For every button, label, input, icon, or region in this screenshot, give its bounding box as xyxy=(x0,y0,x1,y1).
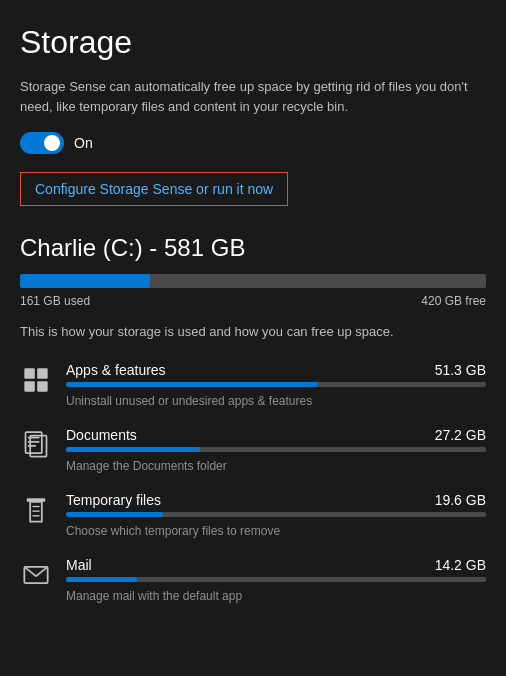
item-content-1: Documents 27.2 GB Manage the Documents f… xyxy=(66,427,486,474)
description-text: Storage Sense can automatically free up … xyxy=(20,77,486,116)
toggle-row: On xyxy=(20,132,486,154)
item-header-3: Mail 14.2 GB xyxy=(66,557,486,573)
storage-item[interactable]: Documents 27.2 GB Manage the Documents f… xyxy=(20,427,486,474)
storage-labels: 161 GB used 420 GB free xyxy=(20,294,486,308)
drive-title: Charlie (C:) - 581 GB xyxy=(20,234,486,262)
item-name-2: Temporary files xyxy=(66,492,161,508)
storage-description: This is how your storage is used and how… xyxy=(20,322,486,342)
item-size-2: 19.6 GB xyxy=(435,492,486,508)
used-label: 161 GB used xyxy=(20,294,90,308)
item-subtitle-3: Manage mail with the default app xyxy=(66,589,242,603)
item-bar-container-3 xyxy=(66,577,486,582)
item-content-3: Mail 14.2 GB Manage mail with the defaul… xyxy=(66,557,486,604)
svg-rect-3 xyxy=(37,381,47,392)
item-bar-container-0 xyxy=(66,382,486,387)
item-name-1: Documents xyxy=(66,427,137,443)
item-size-0: 51.3 GB xyxy=(435,362,486,378)
item-bar-fill-0 xyxy=(66,382,318,387)
documents-icon xyxy=(20,429,52,461)
item-bar-fill-3 xyxy=(66,577,137,582)
item-bar-container-2 xyxy=(66,512,486,517)
item-bar-fill-2 xyxy=(66,512,163,517)
configure-link[interactable]: Configure Storage Sense or run it now xyxy=(20,172,288,206)
svg-rect-2 xyxy=(24,381,34,392)
item-header-0: Apps & features 51.3 GB xyxy=(66,362,486,378)
toggle-label: On xyxy=(74,135,93,151)
mail-icon xyxy=(20,559,52,591)
item-header-2: Temporary files 19.6 GB xyxy=(66,492,486,508)
item-size-1: 27.2 GB xyxy=(435,427,486,443)
item-size-3: 14.2 GB xyxy=(435,557,486,573)
apps-icon xyxy=(20,364,52,396)
item-bar-container-1 xyxy=(66,447,486,452)
item-subtitle-1: Manage the Documents folder xyxy=(66,459,227,473)
free-label: 420 GB free xyxy=(421,294,486,308)
page-title: Storage xyxy=(20,24,486,61)
drive-storage-bar xyxy=(20,274,486,288)
svg-rect-0 xyxy=(24,368,34,379)
storage-item[interactable]: Mail 14.2 GB Manage mail with the defaul… xyxy=(20,557,486,604)
svg-rect-1 xyxy=(37,368,47,379)
temp-icon xyxy=(20,494,52,526)
item-name-3: Mail xyxy=(66,557,92,573)
drive-storage-bar-used xyxy=(20,274,150,288)
item-subtitle-2: Choose which temporary files to remove xyxy=(66,524,280,538)
item-subtitle-0: Uninstall unused or undesired apps & fea… xyxy=(66,394,312,408)
storage-sense-toggle[interactable] xyxy=(20,132,64,154)
item-content-2: Temporary files 19.6 GB Choose which tem… xyxy=(66,492,486,539)
item-content-0: Apps & features 51.3 GB Uninstall unused… xyxy=(66,362,486,409)
item-name-0: Apps & features xyxy=(66,362,166,378)
storage-item[interactable]: Apps & features 51.3 GB Uninstall unused… xyxy=(20,362,486,409)
storage-items-list: Apps & features 51.3 GB Uninstall unused… xyxy=(20,362,486,604)
toggle-thumb xyxy=(44,135,60,151)
item-header-1: Documents 27.2 GB xyxy=(66,427,486,443)
svg-rect-7 xyxy=(28,445,36,447)
storage-item[interactable]: Temporary files 19.6 GB Choose which tem… xyxy=(20,492,486,539)
item-bar-fill-1 xyxy=(66,447,200,452)
